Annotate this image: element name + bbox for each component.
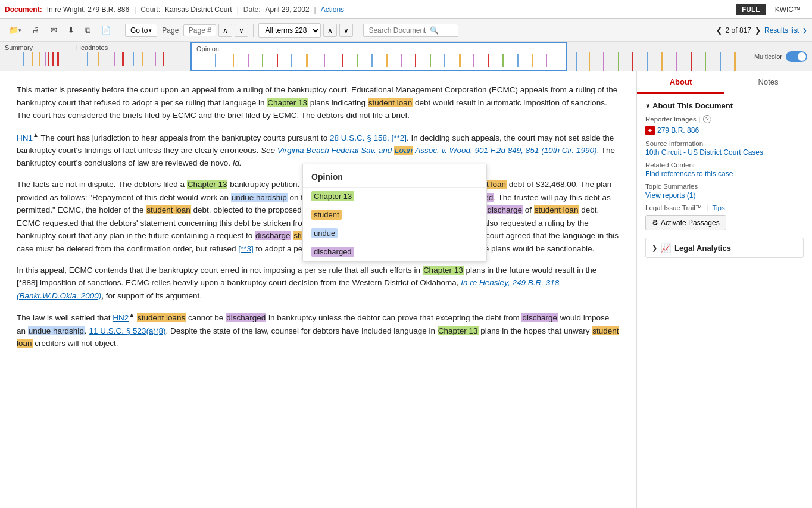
minimap-opinion[interactable]: Opinion	[190, 42, 567, 71]
highlight-chapter13-1: Chapter 13	[267, 98, 308, 107]
hn1-link[interactable]: HN1	[17, 133, 33, 142]
doc-title: In re Wright, 279 B.R. 886	[47, 5, 130, 14]
reporter-link[interactable]: 279 B.R. 886	[645, 126, 804, 135]
page-label: Page	[162, 26, 179, 35]
paragraph-intro: This matter is presently before the cour…	[17, 83, 620, 122]
results-list-link[interactable]: Results list	[764, 26, 799, 35]
case-link1[interactable]: Virginia Beach Federal Sav. and Loan Ass…	[277, 146, 597, 155]
opinion-label: Opinion	[196, 45, 561, 52]
reporter-icon	[645, 126, 655, 135]
popup-item-undue[interactable]: undue	[303, 225, 486, 243]
highlight-student-1: student loan	[368, 98, 413, 107]
highlight-studentloan-2: student loan	[146, 205, 191, 214]
legal-analytics-section[interactable]: ❯ 📈 Legal Analytics	[645, 238, 804, 258]
folder-button[interactable]: 📁 ▾	[5, 23, 26, 37]
copy-icon: 📄	[101, 26, 111, 35]
multicolor-control: Multicolor	[749, 42, 812, 71]
top-bar: Document: In re Wright, 279 B.R. 886 | C…	[0, 0, 812, 19]
chevron-right-icon[interactable]: ❯	[755, 26, 761, 35]
chevron-left-icon[interactable]: ❮	[716, 26, 722, 35]
minimap-summary[interactable]: Summary	[0, 42, 71, 71]
search-doc-input[interactable]	[363, 24, 458, 37]
email-button[interactable]: ✉	[46, 23, 61, 37]
sep-bar2: |	[706, 204, 708, 211]
highlight-studentloans-2: student loans	[137, 313, 186, 322]
popup-item-student[interactable]: student	[303, 206, 486, 225]
usc-link[interactable]: 28 U.S.C. § 158, [**2]	[330, 133, 407, 142]
court-name: Kansas District Court	[165, 5, 232, 14]
minimap-bar: Summary Headnotes Opinion	[0, 42, 812, 71]
highlight-loan-1: Loan	[394, 146, 413, 155]
topic-link[interactable]: View reports (1)	[645, 191, 804, 200]
minimap-headnotes[interactable]: Headnotes	[71, 42, 190, 71]
toolbar-sep1	[120, 24, 120, 37]
print-button[interactable]: 🖨	[28, 23, 44, 37]
activate-btn-label: Activate Passages	[661, 219, 720, 227]
tab-about[interactable]: About	[637, 71, 724, 94]
share-button[interactable]: ⧉	[81, 23, 95, 38]
popup-header: Opinion	[303, 164, 486, 188]
paragraph-law: The law is well settled that HN2▲ studen…	[17, 310, 620, 350]
source-info-label: Source Information	[645, 140, 804, 147]
kwic-button[interactable]: KWIC™	[769, 4, 807, 15]
results-nav: ❮ 2 of 817 ❯ Results list ❯	[716, 26, 807, 35]
copy-button[interactable]: 📄	[97, 23, 115, 37]
sidebar: About Notes ∨ About This Document Report…	[636, 71, 812, 508]
reporter-images-row: Reporter Images | ?	[645, 115, 804, 123]
goto-button[interactable]: Go to ▾	[125, 24, 157, 37]
tips-link[interactable]: Tips	[712, 204, 724, 211]
help-icon[interactable]: ?	[703, 115, 711, 123]
folder-icon: 📁	[9, 26, 18, 35]
related-link[interactable]: Find references to this case	[645, 170, 804, 178]
popup-item-chapter13[interactable]: Chapter 13	[303, 188, 486, 206]
share-icon: ⧉	[85, 26, 90, 35]
terms-select[interactable]: All terms 228	[258, 23, 321, 38]
minimap-rest	[567, 42, 749, 71]
terms-next-button[interactable]: ∨	[339, 24, 353, 37]
view-toggle: FULL KWIC™	[736, 4, 807, 15]
download-button[interactable]: ⬇	[64, 23, 79, 37]
paragraph-appeal: In this appeal, ECMC contends that the b…	[17, 264, 620, 303]
activate-passages-button[interactable]: ⚙ Activate Passages	[645, 215, 726, 230]
discharged-highlight: discharged	[311, 247, 354, 257]
prev-page-button[interactable]: ∧	[218, 24, 232, 37]
fn3-link[interactable]: [**3]	[238, 244, 254, 253]
rest-marks	[567, 42, 749, 71]
next-page-button[interactable]: ∨	[235, 24, 248, 37]
summary-label: Summary	[5, 44, 66, 51]
email-icon: ✉	[51, 26, 57, 35]
legal-analytics-label: Legal Analytics	[674, 244, 731, 253]
case-link2[interactable]: In re Hensley, 249 B.R. 318 (Bankr.W.D.O…	[17, 278, 559, 300]
sep1: |	[134, 5, 136, 14]
doc-label: Document:	[5, 5, 42, 14]
headnotes-label: Headnotes	[76, 44, 185, 51]
usc523-link[interactable]: 11 U.S.C. § 523(a)(8)	[89, 326, 165, 335]
date-value: April 29, 2002	[266, 5, 310, 14]
actions-button[interactable]: Actions	[321, 5, 344, 14]
reporter-svg	[647, 127, 653, 133]
full-button[interactable]: FULL	[736, 4, 766, 15]
tab-notes[interactable]: Notes	[724, 71, 812, 94]
source-link[interactable]: 10th Circuit - US District Court Cases	[645, 148, 804, 157]
headnotes-marks	[76, 52, 185, 66]
reporter-link-label: 279 B.R. 886	[657, 126, 699, 135]
opinion-popup: Opinion Chapter 13 student undue dischar…	[302, 164, 487, 262]
summary-marks	[5, 52, 66, 66]
toolbar-sep2	[253, 24, 254, 37]
nav-count: 2 of 817	[726, 26, 751, 35]
multicolor-toggle[interactable]	[786, 51, 807, 62]
gear-icon: ⚙	[652, 219, 658, 227]
highlight-studentloan-3: student loan	[534, 205, 579, 214]
about-header[interactable]: ∨ About This Document	[645, 101, 804, 110]
terms-prev-button[interactable]: ∧	[323, 24, 337, 37]
page-input[interactable]	[183, 24, 216, 36]
related-content-label: Related Content	[645, 161, 804, 169]
toolbar: 📁 ▾ 🖨 ✉ ⬇ ⧉ 📄 Go to ▾ Page ∧ ∨ All terms…	[0, 19, 812, 42]
popup-item-discharged[interactable]: discharged	[303, 243, 486, 261]
hn2-link[interactable]: HN2	[113, 313, 129, 322]
topic-summaries-label: Topic Summaries	[645, 183, 804, 190]
legal-issue-row: Legal Issue Trail™ | Tips	[645, 204, 804, 211]
sep3: |	[314, 5, 316, 14]
highlight-discharge-1: discharge	[487, 205, 523, 214]
chart-icon: 📈	[661, 243, 671, 253]
